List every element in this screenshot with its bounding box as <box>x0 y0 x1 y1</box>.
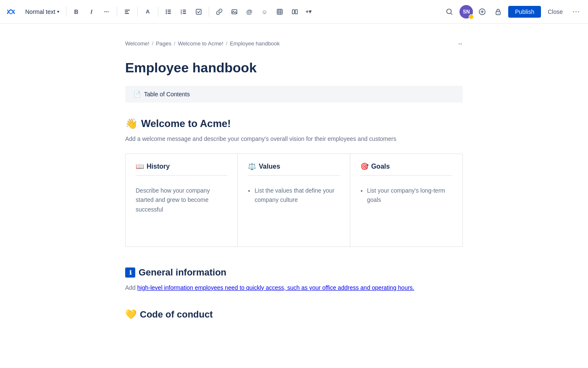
restrict-button[interactable] <box>491 5 505 19</box>
close-button[interactable]: Close <box>544 6 566 18</box>
align-button[interactable] <box>121 5 134 19</box>
table-button[interactable] <box>273 5 286 19</box>
image-button[interactable] <box>228 5 241 19</box>
italic-button[interactable]: I <box>85 5 98 19</box>
svg-rect-15 <box>196 9 201 14</box>
svg-rect-16 <box>232 10 237 14</box>
publish-label: Publish <box>515 8 534 15</box>
svg-rect-18 <box>277 9 282 14</box>
svg-rect-1 <box>125 11 128 12</box>
svg-rect-23 <box>292 10 294 14</box>
breadcrumb-item-welcome[interactable]: Welcome! <box>125 40 150 47</box>
history-emoji: 📖 <box>136 162 144 170</box>
link-button[interactable] <box>213 5 226 19</box>
welcome-description: Add a welcome message and describe your … <box>125 135 463 143</box>
goals-emoji: 🎯 <box>360 162 369 170</box>
svg-rect-24 <box>295 10 297 14</box>
card-goals-body: List your company's long-term goals <box>360 181 452 205</box>
svg-rect-4 <box>168 10 171 11</box>
toolbar-divider-1 <box>66 7 66 17</box>
card-values-title: ⚖️ Values <box>248 162 339 176</box>
text-color-button[interactable]: A <box>141 5 155 19</box>
breadcrumb-sep-3: / <box>226 40 228 47</box>
welcome-heading: 👋 Welcome to Acme! <box>125 118 463 130</box>
values-emoji: ⚖️ <box>248 162 256 170</box>
breadcrumb-sep-2: / <box>174 40 176 47</box>
chevron-down-icon: ▾ <box>57 9 59 14</box>
search-button[interactable] <box>443 5 456 19</box>
section-code-of-conduct: 💛 Code of conduct <box>125 309 463 320</box>
expand-icon: ↔ <box>457 40 463 47</box>
svg-point-25 <box>447 9 452 13</box>
numbered-list-button[interactable]: 1.2.3. <box>177 5 190 19</box>
toolbar-right: SN Publish Close ··· <box>443 5 583 19</box>
svg-rect-14 <box>183 13 186 14</box>
page-content: Welcome! / Pages / Welcome to Acme! / Em… <box>105 24 483 368</box>
card-values[interactable]: ⚖️ Values List the values that define yo… <box>238 154 350 246</box>
close-label: Close <box>548 8 563 15</box>
welcome-emoji: 👋 <box>125 118 138 130</box>
columns-button[interactable] <box>288 5 302 19</box>
section-general-info: ℹ General information Add high-level inf… <box>125 267 463 292</box>
insert-button[interactable]: +▾ <box>303 5 315 19</box>
card-goals[interactable]: 🎯 Goals List your company's long-term go… <box>350 154 462 246</box>
toolbar-divider-2 <box>117 7 117 17</box>
text-style-label: Normal text <box>25 8 55 15</box>
avatar-badge <box>469 14 474 19</box>
card-goals-title: 🎯 Goals <box>360 162 452 176</box>
emoji-button[interactable]: ☺ <box>258 5 271 19</box>
toolbar: Normal text ▾ B I ··· A 1.2.3. @ ☺ <box>0 0 588 24</box>
section-welcome: 👋 Welcome to Acme! Add a welcome message… <box>125 118 463 247</box>
general-info-link[interactable]: high-level information employees need to… <box>137 284 415 291</box>
bullet-list-button[interactable] <box>162 5 175 19</box>
toolbar-divider-4 <box>158 7 158 17</box>
publish-button[interactable]: Publish <box>508 6 541 18</box>
avatar[interactable]: SN <box>459 5 473 19</box>
info-emoji: ℹ <box>125 267 135 278</box>
logo <box>5 6 17 18</box>
breadcrumb-item-handbook[interactable]: Employee handbook <box>230 40 280 47</box>
more-format-button[interactable]: ··· <box>100 5 113 19</box>
toolbar-divider-3 <box>137 7 138 17</box>
more-options-button[interactable]: ··· <box>570 5 583 19</box>
svg-rect-8 <box>168 13 171 14</box>
cards-grid: 📖 History Describe how your company star… <box>125 154 463 247</box>
card-history-title: 📖 History <box>136 162 227 176</box>
general-info-description: Add high-level information employees nee… <box>125 283 463 292</box>
svg-rect-0 <box>125 10 130 11</box>
toc-block[interactable]: 📄 Table of Contents <box>125 86 463 103</box>
card-values-body: List the values that define your company… <box>248 181 339 205</box>
svg-point-5 <box>165 11 167 12</box>
svg-rect-2 <box>125 13 129 14</box>
add-collaborator-button[interactable] <box>476 6 488 18</box>
code-emoji: 💛 <box>125 309 136 320</box>
breadcrumb-item-pages[interactable]: Pages <box>156 40 171 47</box>
avatar-initials: SN <box>463 9 470 15</box>
toc-label: Table of Contents <box>144 91 190 98</box>
code-of-conduct-heading: 💛 Code of conduct <box>125 309 463 320</box>
toc-icon: 📄 <box>134 91 141 98</box>
card-history[interactable]: 📖 History Describe how your company star… <box>126 154 238 246</box>
svg-point-7 <box>165 13 167 14</box>
bold-button[interactable]: B <box>70 5 83 19</box>
breadcrumb-item-acme[interactable]: Welcome to Acme! <box>178 40 223 47</box>
task-list-button[interactable] <box>192 5 205 19</box>
breadcrumb-sep-1: / <box>152 40 154 47</box>
svg-rect-6 <box>168 11 171 12</box>
general-info-heading: ℹ General information <box>125 267 463 278</box>
toolbar-divider-5 <box>209 7 209 17</box>
svg-rect-10 <box>183 10 186 11</box>
breadcrumb-expand[interactable]: ↔ <box>457 40 463 47</box>
page-title: Employee handbook <box>125 60 463 76</box>
svg-text:3.: 3. <box>181 12 183 15</box>
breadcrumb: Welcome! / Pages / Welcome to Acme! / Em… <box>125 40 463 47</box>
text-style-dropdown[interactable]: Normal text ▾ <box>22 7 63 17</box>
card-history-body: Describe how your company started and gr… <box>136 181 227 214</box>
mention-button[interactable]: @ <box>243 5 256 19</box>
svg-rect-12 <box>183 11 186 12</box>
svg-point-28 <box>498 13 499 13</box>
svg-point-3 <box>165 9 167 11</box>
